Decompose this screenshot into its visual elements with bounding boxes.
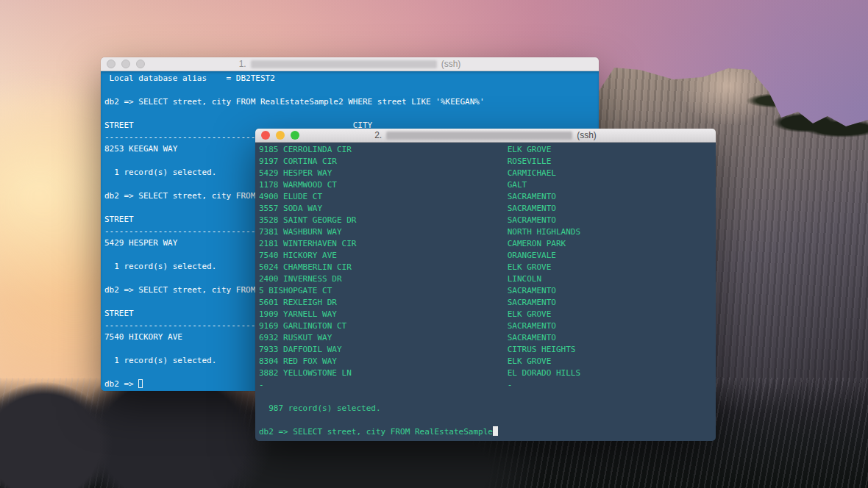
result-row: 5601 REXLEIGH DR SACRAMENTO [259,297,716,309]
result-row: 6932 RUSKUT WAY SACRAMENTO [259,332,716,344]
window2-title-prefix: 2. [374,130,382,140]
terminal-window-2: 2.(ssh) 9185 CERROLINDA CIR ELK GROVE919… [255,129,716,441]
redacted-hostname [251,60,437,68]
result-row: 5 BISHOPGATE CT SACRAMENTO [259,285,716,297]
result-row: 3882 YELLOWSTONE LN EL DORADO HILLS [259,367,716,379]
window1-traffic-lights [107,57,145,71]
minimize-button[interactable] [276,131,285,140]
minimize-button[interactable] [121,60,130,68]
result-row: 9169 GARLINGTON CT SACRAMENTO [259,320,716,332]
result-row: 2400 INVERNESS DR LINCOLN [259,273,716,285]
terminal2-blank-line [259,415,716,426]
result-row: 7540 HICKORY AVE ORANGEVALE [259,250,716,262]
terminal2-cursor [493,426,498,436]
window1-title-suffix: (ssh) [441,59,461,69]
terminal1-prompt: db2 => [104,379,138,389]
window1-title-prefix: 1. [239,59,246,69]
redacted-hostname [386,132,572,140]
result-row: 1178 WARMWOOD CT GALT [259,179,716,191]
terminal-line [104,85,599,96]
terminal2-status-line: 987 record(s) selected. [259,403,716,415]
result-row: - - [259,379,716,391]
window2-title: 2.(ssh) [374,130,597,140]
terminal2-output[interactable]: 9185 CERROLINDA CIR ELK GROVE9197 CORTIN… [255,143,716,441]
terminal-line: db2 => SELECT street, city FROM RealEsta… [104,96,599,108]
result-row: 5024 CHAMBERLIN CIR ELK GROVE [259,262,716,273]
window1-title: 1.(ssh) [239,59,461,69]
close-button[interactable] [261,131,270,140]
result-row: 5429 HESPER WAY CARMICHAEL [259,168,716,179]
terminal-line: Local database alias = DB2TEST2 [104,73,599,85]
window2-title-suffix: (ssh) [577,130,597,140]
result-row: 3557 SODA WAY SACRAMENTO [259,203,716,215]
result-row: 2181 WINTERHAVEN CIR CAMERON PARK [259,238,716,250]
result-row: 7381 WASHBURN WAY NORTH HIGHLANDS [259,226,716,238]
terminal1-cursor [138,379,143,388]
window2-traffic-lights [261,129,299,142]
result-row: 4900 ELUDE CT SACRAMENTO [259,191,716,203]
result-row: 7933 DAFFODIL WAY CITRUS HEIGHTS [259,344,716,356]
window2-titlebar[interactable]: 2.(ssh) [255,129,716,143]
terminal-line [104,108,599,120]
result-row: 1909 YARNELL WAY ELK GROVE [259,309,716,320]
result-row: 9197 CORTINA CIR ROSEVILLE [259,156,716,168]
window1-titlebar[interactable]: 1.(ssh) [101,57,599,71]
zoom-button[interactable] [136,60,145,68]
close-button[interactable] [107,60,115,68]
zoom-button[interactable] [291,131,299,140]
terminal2-rows: 9185 CERROLINDA CIR ELK GROVE9197 CORTIN… [259,144,716,391]
terminal2-prompt-line: db2 => SELECT street, city FROM RealEsta… [259,426,716,438]
terminal2-blank-line [259,391,716,403]
result-row: 9185 CERROLINDA CIR ELK GROVE [259,144,716,156]
result-row: 3528 SAINT GEORGE DR SACRAMENTO [259,215,716,226]
terminal2-prompt: db2 => SELECT street, city FROM RealEsta… [259,427,493,437]
result-row: 8304 RED FOX WAY ELK GROVE [259,356,716,367]
